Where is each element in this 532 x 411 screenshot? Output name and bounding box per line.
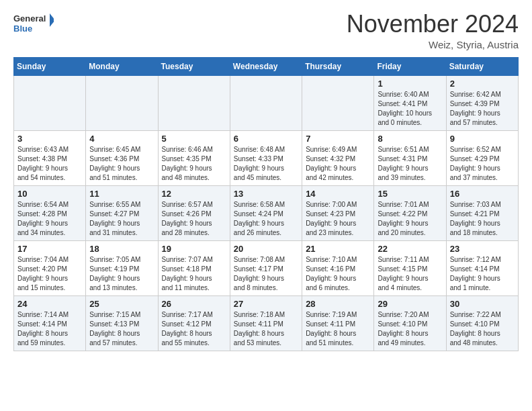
location: Weiz, Styria, Austria: [347, 39, 519, 50]
day-cell: 28Sunrise: 7:19 AM Sunset: 4:11 PM Dayli…: [302, 295, 374, 351]
day-cell: [86, 75, 158, 130]
weekday-header-friday: Friday: [374, 57, 446, 75]
day-number: 27: [234, 299, 298, 309]
day-number: 11: [89, 189, 154, 199]
week-row-1: 1Sunrise: 6:40 AM Sunset: 4:41 PM Daylig…: [14, 75, 519, 130]
day-number: 29: [378, 299, 442, 309]
day-cell: 27Sunrise: 7:18 AM Sunset: 4:11 PM Dayli…: [230, 295, 302, 351]
day-info: Sunrise: 6:43 AM Sunset: 4:38 PM Dayligh…: [17, 145, 82, 183]
week-row-2: 3Sunrise: 6:43 AM Sunset: 4:38 PM Daylig…: [14, 130, 519, 185]
day-cell: 9Sunrise: 6:52 AM Sunset: 4:29 PM Daylig…: [446, 130, 518, 185]
day-info: Sunrise: 6:58 AM Sunset: 4:24 PM Dayligh…: [234, 200, 298, 238]
weekday-header-tuesday: Tuesday: [158, 57, 230, 75]
day-number: 25: [89, 299, 154, 309]
day-info: Sunrise: 7:11 AM Sunset: 4:15 PM Dayligh…: [378, 255, 442, 293]
day-number: 1: [378, 79, 442, 89]
day-cell: 11Sunrise: 6:55 AM Sunset: 4:27 PM Dayli…: [86, 185, 158, 240]
day-cell: 29Sunrise: 7:20 AM Sunset: 4:10 PM Dayli…: [374, 295, 446, 351]
day-info: Sunrise: 6:46 AM Sunset: 4:35 PM Dayligh…: [162, 145, 226, 183]
weekday-header-wednesday: Wednesday: [230, 57, 302, 75]
day-cell: 21Sunrise: 7:10 AM Sunset: 4:16 PM Dayli…: [302, 240, 374, 295]
day-cell: 3Sunrise: 6:43 AM Sunset: 4:38 PM Daylig…: [14, 130, 86, 185]
day-number: 20: [234, 244, 298, 254]
day-info: Sunrise: 7:20 AM Sunset: 4:10 PM Dayligh…: [378, 310, 442, 348]
svg-text:Blue: Blue: [13, 24, 32, 34]
day-number: 23: [450, 244, 515, 254]
day-cell: 7Sunrise: 6:49 AM Sunset: 4:32 PM Daylig…: [302, 130, 374, 185]
day-cell: 2Sunrise: 6:42 AM Sunset: 4:39 PM Daylig…: [446, 75, 518, 130]
day-number: 17: [17, 244, 82, 254]
day-info: Sunrise: 6:48 AM Sunset: 4:33 PM Dayligh…: [234, 145, 298, 183]
day-cell: 17Sunrise: 7:04 AM Sunset: 4:20 PM Dayli…: [14, 240, 86, 295]
day-cell: 4Sunrise: 6:45 AM Sunset: 4:36 PM Daylig…: [86, 130, 158, 185]
day-number: 5: [162, 134, 226, 144]
day-number: 6: [234, 134, 298, 144]
page: General Blue November 2024 Weiz, Styria,…: [0, 0, 532, 362]
day-number: 3: [17, 134, 82, 144]
weekday-header-monday: Monday: [86, 57, 158, 75]
day-cell: 22Sunrise: 7:11 AM Sunset: 4:15 PM Dayli…: [374, 240, 446, 295]
day-info: Sunrise: 7:12 AM Sunset: 4:14 PM Dayligh…: [450, 255, 515, 293]
week-row-4: 17Sunrise: 7:04 AM Sunset: 4:20 PM Dayli…: [14, 240, 519, 295]
day-number: 12: [162, 189, 226, 199]
day-cell: 12Sunrise: 6:57 AM Sunset: 4:26 PM Dayli…: [158, 185, 230, 240]
day-cell: 20Sunrise: 7:08 AM Sunset: 4:17 PM Dayli…: [230, 240, 302, 295]
day-cell: 1Sunrise: 6:40 AM Sunset: 4:41 PM Daylig…: [374, 75, 446, 130]
day-number: 24: [17, 299, 82, 309]
header: General Blue November 2024 Weiz, Styria,…: [13, 11, 519, 50]
day-info: Sunrise: 7:00 AM Sunset: 4:23 PM Dayligh…: [306, 200, 370, 238]
day-info: Sunrise: 6:49 AM Sunset: 4:32 PM Dayligh…: [306, 145, 370, 183]
day-number: 4: [89, 134, 154, 144]
logo-svg: General Blue: [13, 11, 54, 35]
day-number: 15: [378, 189, 442, 199]
day-cell: 19Sunrise: 7:07 AM Sunset: 4:18 PM Dayli…: [158, 240, 230, 295]
day-number: 30: [450, 299, 515, 309]
day-info: Sunrise: 7:04 AM Sunset: 4:20 PM Dayligh…: [17, 255, 82, 293]
day-info: Sunrise: 6:40 AM Sunset: 4:41 PM Dayligh…: [378, 90, 442, 128]
day-number: 21: [306, 244, 370, 254]
day-info: Sunrise: 7:17 AM Sunset: 4:12 PM Dayligh…: [162, 310, 226, 348]
week-row-5: 24Sunrise: 7:14 AM Sunset: 4:14 PM Dayli…: [14, 295, 519, 351]
day-cell: 8Sunrise: 6:51 AM Sunset: 4:31 PM Daylig…: [374, 130, 446, 185]
day-info: Sunrise: 6:45 AM Sunset: 4:36 PM Dayligh…: [89, 145, 154, 183]
day-cell: 15Sunrise: 7:01 AM Sunset: 4:22 PM Dayli…: [374, 185, 446, 240]
day-cell: 23Sunrise: 7:12 AM Sunset: 4:14 PM Dayli…: [446, 240, 518, 295]
day-info: Sunrise: 6:55 AM Sunset: 4:27 PM Dayligh…: [89, 200, 154, 238]
day-cell: 14Sunrise: 7:00 AM Sunset: 4:23 PM Dayli…: [302, 185, 374, 240]
weekday-header-row: SundayMondayTuesdayWednesdayThursdayFrid…: [14, 57, 519, 75]
logo: General Blue: [13, 11, 54, 35]
day-info: Sunrise: 7:01 AM Sunset: 4:22 PM Dayligh…: [378, 200, 442, 238]
day-info: Sunrise: 6:51 AM Sunset: 4:31 PM Dayligh…: [378, 145, 442, 183]
day-number: 7: [306, 134, 370, 144]
day-number: 28: [306, 299, 370, 309]
day-number: 19: [162, 244, 226, 254]
day-info: Sunrise: 6:42 AM Sunset: 4:39 PM Dayligh…: [450, 90, 515, 128]
day-number: 22: [378, 244, 442, 254]
day-info: Sunrise: 7:05 AM Sunset: 4:19 PM Dayligh…: [89, 255, 154, 293]
day-number: 9: [450, 134, 515, 144]
day-info: Sunrise: 6:52 AM Sunset: 4:29 PM Dayligh…: [450, 145, 515, 183]
day-cell: 6Sunrise: 6:48 AM Sunset: 4:33 PM Daylig…: [230, 130, 302, 185]
day-number: 13: [234, 189, 298, 199]
day-info: Sunrise: 7:18 AM Sunset: 4:11 PM Dayligh…: [234, 310, 298, 348]
day-info: Sunrise: 7:08 AM Sunset: 4:17 PM Dayligh…: [234, 255, 298, 293]
month-title: November 2024: [347, 11, 519, 38]
day-info: Sunrise: 6:54 AM Sunset: 4:28 PM Dayligh…: [17, 200, 82, 238]
day-info: Sunrise: 7:14 AM Sunset: 4:14 PM Dayligh…: [17, 310, 82, 348]
week-row-3: 10Sunrise: 6:54 AM Sunset: 4:28 PM Dayli…: [14, 185, 519, 240]
svg-marker-2: [50, 13, 54, 27]
day-cell: 18Sunrise: 7:05 AM Sunset: 4:19 PM Dayli…: [86, 240, 158, 295]
weekday-header-saturday: Saturday: [446, 57, 518, 75]
day-info: Sunrise: 7:07 AM Sunset: 4:18 PM Dayligh…: [162, 255, 226, 293]
calendar-table: SundayMondayTuesdayWednesdayThursdayFrid…: [13, 57, 519, 351]
day-number: 18: [89, 244, 154, 254]
svg-text:General: General: [13, 13, 46, 24]
weekday-header-thursday: Thursday: [302, 57, 374, 75]
day-number: 10: [17, 189, 82, 199]
day-info: Sunrise: 7:03 AM Sunset: 4:21 PM Dayligh…: [450, 200, 515, 238]
day-info: Sunrise: 7:15 AM Sunset: 4:13 PM Dayligh…: [89, 310, 154, 348]
day-cell: 10Sunrise: 6:54 AM Sunset: 4:28 PM Dayli…: [14, 185, 86, 240]
day-info: Sunrise: 7:19 AM Sunset: 4:11 PM Dayligh…: [306, 310, 370, 348]
day-info: Sunrise: 6:57 AM Sunset: 4:26 PM Dayligh…: [162, 200, 226, 238]
day-cell: 30Sunrise: 7:22 AM Sunset: 4:10 PM Dayli…: [446, 295, 518, 351]
